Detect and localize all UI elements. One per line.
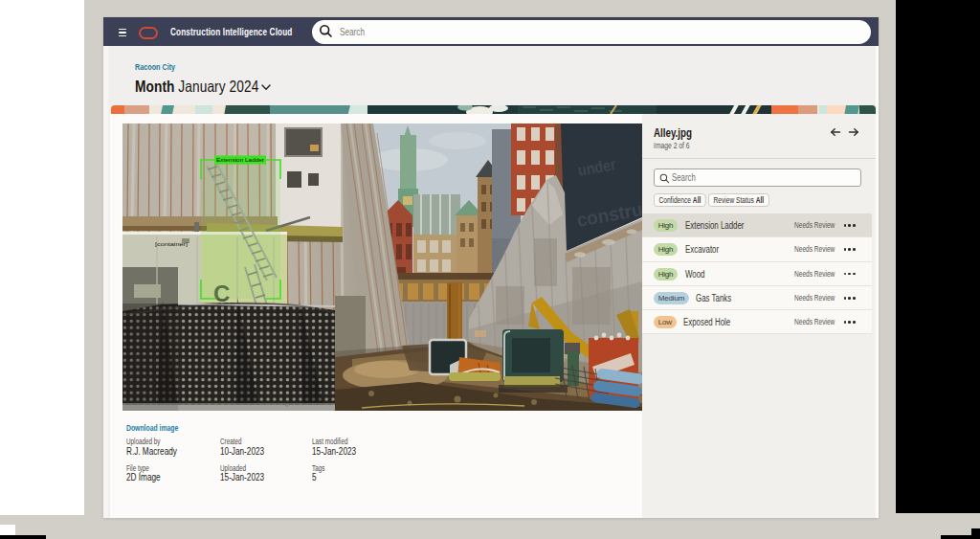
svg-text:Extension Ladder: Extension Ladder [216, 156, 264, 163]
svg-text:[container]: [container] [155, 240, 188, 246]
